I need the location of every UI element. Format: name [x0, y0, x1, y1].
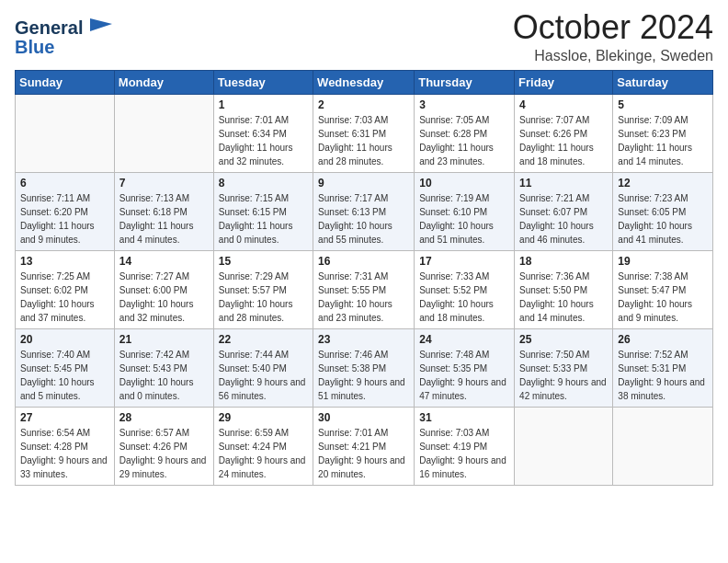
- logo: General Blue: [15, 15, 116, 58]
- day-info: Sunrise: 7:27 AMSunset: 6:00 PMDaylight:…: [119, 270, 209, 325]
- daylight-text: Daylight: 10 hours and 32 minutes.: [119, 297, 209, 325]
- sunset-text: Sunset: 4:21 PM: [318, 440, 409, 454]
- sunset-text: Sunset: 6:34 PM: [219, 127, 308, 141]
- sunrise-text: Sunrise: 7:17 AM: [318, 191, 409, 205]
- logo-icon: [86, 15, 116, 40]
- day-info: Sunrise: 7:25 AMSunset: 6:02 PMDaylight:…: [20, 270, 109, 325]
- daylight-text: Daylight: 10 hours and 55 minutes.: [318, 219, 409, 247]
- day-info: Sunrise: 7:07 AMSunset: 6:26 PMDaylight:…: [519, 113, 608, 168]
- day-info: Sunrise: 7:17 AMSunset: 6:13 PMDaylight:…: [318, 191, 409, 247]
- day-cell: 23Sunrise: 7:46 AMSunset: 5:38 PMDayligh…: [313, 328, 415, 407]
- sunset-text: Sunset: 5:50 PM: [519, 283, 608, 297]
- header: General Blue October 2024 Hassloe, Bleki…: [15, 9, 713, 64]
- daylight-text: Daylight: 9 hours and 47 minutes.: [419, 375, 509, 403]
- day-info: Sunrise: 7:23 AMSunset: 6:05 PMDaylight:…: [618, 191, 708, 247]
- sunrise-text: Sunrise: 6:59 AM: [219, 426, 308, 440]
- day-cell: 30Sunrise: 7:01 AMSunset: 4:21 PMDayligh…: [313, 407, 415, 485]
- day-number: 1: [219, 98, 308, 111]
- daylight-text: Daylight: 9 hours and 16 minutes.: [419, 454, 509, 481]
- day-number: 10: [419, 177, 509, 190]
- sunset-text: Sunset: 5:45 PM: [20, 362, 109, 375]
- daylight-text: Daylight: 10 hours and 14 minutes.: [519, 297, 608, 325]
- daylight-text: Daylight: 9 hours and 38 minutes.: [618, 375, 708, 403]
- sunrise-text: Sunrise: 7:11 AM: [20, 191, 109, 205]
- day-info: Sunrise: 7:42 AMSunset: 5:43 PMDaylight:…: [119, 348, 209, 403]
- day-number: 15: [219, 255, 308, 268]
- daylight-text: Daylight: 11 hours and 9 minutes.: [20, 219, 109, 247]
- day-cell: 31Sunrise: 7:03 AMSunset: 4:19 PMDayligh…: [415, 407, 515, 485]
- day-number: 2: [318, 98, 409, 111]
- sunrise-text: Sunrise: 7:01 AM: [219, 113, 308, 127]
- sunrise-text: Sunrise: 7:23 AM: [618, 191, 708, 205]
- day-number: 9: [318, 177, 409, 190]
- day-info: Sunrise: 7:50 AMSunset: 5:33 PMDaylight:…: [519, 348, 608, 403]
- day-number: 29: [219, 411, 308, 424]
- sunset-text: Sunset: 4:28 PM: [20, 440, 109, 454]
- day-cell: 19Sunrise: 7:38 AMSunset: 5:47 PMDayligh…: [613, 250, 713, 328]
- sunrise-text: Sunrise: 7:42 AM: [119, 348, 209, 362]
- day-cell: 5Sunrise: 7:09 AMSunset: 6:23 PMDaylight…: [613, 94, 713, 172]
- sunrise-text: Sunrise: 7:38 AM: [618, 270, 708, 283]
- sunset-text: Sunset: 5:55 PM: [318, 283, 409, 297]
- daylight-text: Daylight: 9 hours and 56 minutes.: [219, 375, 308, 403]
- daylight-text: Daylight: 10 hours and 5 minutes.: [20, 375, 109, 403]
- day-number: 31: [419, 411, 509, 424]
- daylight-text: Daylight: 11 hours and 23 minutes.: [419, 141, 509, 168]
- day-info: Sunrise: 7:52 AMSunset: 5:31 PMDaylight:…: [618, 348, 708, 403]
- day-cell: 13Sunrise: 7:25 AMSunset: 6:02 PMDayligh…: [16, 250, 115, 328]
- day-cell: 29Sunrise: 6:59 AMSunset: 4:24 PMDayligh…: [213, 407, 313, 485]
- calendar-header-row: SundayMondayTuesdayWednesdayThursdayFrid…: [16, 70, 713, 94]
- daylight-text: Daylight: 9 hours and 29 minutes.: [119, 454, 209, 481]
- sunrise-text: Sunrise: 7:40 AM: [20, 348, 109, 362]
- day-cell: [515, 407, 613, 485]
- day-info: Sunrise: 7:03 AMSunset: 6:31 PMDaylight:…: [318, 113, 409, 168]
- title-block: October 2024 Hassloe, Blekinge, Sweden: [513, 9, 713, 64]
- day-cell: 22Sunrise: 7:44 AMSunset: 5:40 PMDayligh…: [213, 328, 313, 407]
- col-header-saturday: Saturday: [613, 70, 713, 94]
- day-cell: 24Sunrise: 7:48 AMSunset: 5:35 PMDayligh…: [415, 328, 515, 407]
- day-number: 30: [318, 411, 409, 424]
- sunset-text: Sunset: 5:35 PM: [419, 362, 509, 375]
- day-number: 3: [419, 98, 509, 111]
- day-number: 20: [20, 333, 109, 346]
- sunset-text: Sunset: 5:33 PM: [519, 362, 608, 375]
- week-row-2: 6Sunrise: 7:11 AMSunset: 6:20 PMDaylight…: [16, 172, 713, 250]
- sunrise-text: Sunrise: 7:09 AM: [618, 113, 708, 127]
- daylight-text: Daylight: 9 hours and 42 minutes.: [519, 375, 608, 403]
- day-number: 13: [20, 255, 109, 268]
- day-cell: 27Sunrise: 6:54 AMSunset: 4:28 PMDayligh…: [16, 407, 115, 485]
- sunrise-text: Sunrise: 7:25 AM: [20, 270, 109, 283]
- col-header-thursday: Thursday: [415, 70, 515, 94]
- day-number: 17: [419, 255, 509, 268]
- logo-text: General: [15, 17, 83, 39]
- sunset-text: Sunset: 5:43 PM: [119, 362, 209, 375]
- sunset-text: Sunset: 6:31 PM: [318, 127, 409, 141]
- daylight-text: Daylight: 10 hours and 23 minutes.: [318, 297, 409, 325]
- day-cell: [114, 94, 213, 172]
- sunrise-text: Sunrise: 7:03 AM: [318, 113, 409, 127]
- day-info: Sunrise: 7:36 AMSunset: 5:50 PMDaylight:…: [519, 270, 608, 325]
- day-info: Sunrise: 7:48 AMSunset: 5:35 PMDaylight:…: [419, 348, 509, 403]
- sunset-text: Sunset: 6:07 PM: [519, 205, 608, 219]
- sunset-text: Sunset: 4:19 PM: [419, 440, 509, 454]
- day-cell: 18Sunrise: 7:36 AMSunset: 5:50 PMDayligh…: [515, 250, 613, 328]
- daylight-text: Daylight: 10 hours and 37 minutes.: [20, 297, 109, 325]
- daylight-text: Daylight: 11 hours and 28 minutes.: [318, 141, 409, 168]
- day-number: 27: [20, 411, 109, 424]
- col-header-sunday: Sunday: [16, 70, 115, 94]
- day-info: Sunrise: 7:13 AMSunset: 6:18 PMDaylight:…: [119, 191, 209, 247]
- col-header-friday: Friday: [515, 70, 613, 94]
- day-number: 11: [519, 177, 608, 190]
- daylight-text: Daylight: 10 hours and 0 minutes.: [119, 375, 209, 403]
- day-info: Sunrise: 7:09 AMSunset: 6:23 PMDaylight:…: [618, 113, 708, 168]
- day-info: Sunrise: 6:54 AMSunset: 4:28 PMDaylight:…: [20, 426, 109, 481]
- week-row-3: 13Sunrise: 7:25 AMSunset: 6:02 PMDayligh…: [16, 250, 713, 328]
- day-number: 25: [519, 333, 608, 346]
- week-row-1: 1Sunrise: 7:01 AMSunset: 6:34 PMDaylight…: [16, 94, 713, 172]
- calendar: SundayMondayTuesdayWednesdayThursdayFrid…: [15, 70, 713, 486]
- day-cell: 11Sunrise: 7:21 AMSunset: 6:07 PMDayligh…: [515, 172, 613, 250]
- day-number: 24: [419, 333, 509, 346]
- sunrise-text: Sunrise: 7:19 AM: [419, 191, 509, 205]
- sunset-text: Sunset: 6:13 PM: [318, 205, 409, 219]
- sunrise-text: Sunrise: 7:31 AM: [318, 270, 409, 283]
